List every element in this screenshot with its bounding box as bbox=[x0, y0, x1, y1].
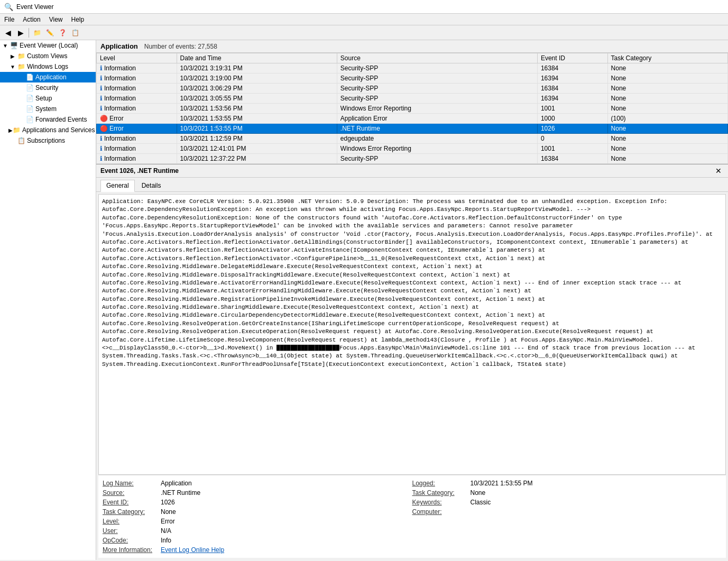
log-name-row: Log Name: Application bbox=[103, 479, 412, 488]
more-info-link[interactable]: Event Log Online Help bbox=[161, 546, 224, 554]
sidebar-item-subscriptions[interactable]: ▶ 📋 Subscriptions bbox=[0, 135, 96, 146]
sidebar-item-forwarded-events[interactable]: ▶ 📄 Forwarded Events bbox=[0, 114, 96, 125]
cell-level: 🔴Error bbox=[97, 124, 177, 134]
keywords-row: Keywords: Classic bbox=[412, 498, 722, 507]
toggle-apps-services[interactable]: ▶ bbox=[8, 127, 13, 133]
table-row[interactable]: ℹInformation 10/3/2021 12:37:22 PM Secur… bbox=[97, 154, 728, 164]
menu-bar: File Action View Help bbox=[0, 14, 728, 25]
table-row[interactable]: ℹInformation 10/3/2021 3:06:29 PM Securi… bbox=[97, 84, 728, 94]
cell-level: ℹInformation bbox=[97, 144, 177, 154]
sidebar-item-custom-views[interactable]: ▶ 📁 Custom Views bbox=[0, 51, 96, 61]
detail-panel: Event 1026, .NET Runtime ✕ General Detai… bbox=[96, 164, 728, 560]
col-header-task[interactable]: Task Category bbox=[607, 53, 727, 63]
logged-row: Logged: 10/3/2021 1:53:55 PM bbox=[412, 479, 722, 488]
toolbar-btn3[interactable]: ❓ bbox=[57, 27, 68, 39]
toggle-event-viewer[interactable]: ▼ bbox=[1, 43, 10, 49]
cell-source: Windows Error Reporting bbox=[337, 144, 537, 154]
sidebar-item-security[interactable]: ▶ 📄 Security bbox=[0, 82, 96, 93]
detail-tab-details[interactable]: Details bbox=[136, 180, 167, 191]
sidebar-item-event-viewer-local[interactable]: ▼ 🖥️ Event Viewer (Local) bbox=[0, 40, 96, 51]
cell-datetime: 10/3/2021 3:19:00 PM bbox=[177, 73, 337, 84]
table-row[interactable]: ℹInformation 10/3/2021 12:36:52 PM Secur… bbox=[97, 164, 728, 164]
sidebar-item-windows-logs[interactable]: ▼ 📁 Windows Logs bbox=[0, 61, 96, 72]
menu-action[interactable]: Action bbox=[19, 15, 44, 24]
event-text-area[interactable]: Application: EasyNPC.exe CoreCLR Version… bbox=[98, 194, 726, 475]
more-info-label: More Information: bbox=[103, 546, 161, 554]
task-category-row2: Task Category: None bbox=[412, 488, 722, 498]
toggle-windows-logs[interactable]: ▼ bbox=[8, 64, 17, 70]
cell-datetime: 10/3/2021 3:06:29 PM bbox=[177, 84, 337, 94]
table-row[interactable]: ℹInformation 10/3/2021 12:41:01 PM Windo… bbox=[97, 144, 728, 154]
cell-level: ℹInformation bbox=[97, 164, 177, 164]
events-panel-count: Number of events: 27,558 bbox=[144, 43, 217, 50]
cell-eventid: 1001 bbox=[537, 144, 607, 154]
keywords-label: Keywords: bbox=[412, 499, 471, 506]
cell-eventid: 1001 bbox=[537, 104, 607, 114]
col-header-eventid[interactable]: Event ID bbox=[537, 53, 607, 63]
cell-source: .NET Runtime bbox=[337, 124, 537, 134]
table-row[interactable]: ℹInformation 10/3/2021 1:53:56 PM Window… bbox=[97, 104, 728, 114]
table-row[interactable]: ℹInformation 10/3/2021 3:05:55 PM Securi… bbox=[97, 94, 728, 104]
events-table: Level Date and Time Source Event ID Task… bbox=[96, 53, 728, 164]
cell-eventid: 16394 bbox=[537, 164, 607, 164]
detail-info: Log Name: Application Source: .NET Runti… bbox=[98, 475, 726, 558]
toolbar-btn4[interactable]: 📋 bbox=[69, 27, 81, 39]
subscriptions-icon: 📋 bbox=[17, 136, 25, 145]
events-table-container[interactable]: Level Date and Time Source Event ID Task… bbox=[96, 53, 728, 164]
cell-task: None bbox=[607, 164, 727, 164]
col-header-level[interactable]: Level bbox=[97, 53, 177, 63]
logged-label: Logged: bbox=[412, 480, 471, 487]
cell-datetime: 10/3/2021 3:05:55 PM bbox=[177, 94, 337, 104]
toggle-custom-views[interactable]: ▶ bbox=[8, 53, 17, 59]
task-category-value2: None bbox=[471, 489, 486, 496]
col-header-source[interactable]: Source bbox=[337, 53, 537, 63]
menu-view[interactable]: View bbox=[45, 15, 67, 24]
cell-datetime: 10/3/2021 1:12:59 PM bbox=[177, 134, 337, 144]
detail-close-button[interactable]: ✕ bbox=[713, 167, 724, 175]
user-row: User: N/A bbox=[103, 526, 412, 536]
sidebar-item-apps-services[interactable]: ▶ 📁 Applications and Services Lo... bbox=[0, 125, 96, 135]
computer-row: Computer: bbox=[412, 507, 722, 517]
table-row[interactable]: ℹInformation 10/3/2021 3:19:00 PM Securi… bbox=[97, 73, 728, 84]
cell-level: ℹInformation bbox=[97, 73, 177, 84]
menu-help[interactable]: Help bbox=[67, 15, 89, 24]
menu-file[interactable]: File bbox=[0, 15, 19, 24]
cell-source: Security-SPP bbox=[337, 94, 537, 104]
detail-body: Application: EasyNPC.exe CoreCLR Version… bbox=[96, 192, 728, 560]
cell-task: None bbox=[607, 124, 727, 134]
table-row[interactable]: 🔴Error 10/3/2021 1:53:55 PM .NET Runtime… bbox=[97, 124, 728, 134]
window-icon: 🔍 bbox=[4, 3, 13, 11]
event-id-value: 1026 bbox=[161, 499, 175, 506]
task-category-label2: Task Category: bbox=[412, 489, 471, 496]
toolbar-btn1[interactable]: 📁 bbox=[31, 27, 43, 39]
title-bar: 🔍 Event Viewer bbox=[0, 0, 728, 14]
sidebar-item-application[interactable]: ▶ 📄 Application bbox=[0, 72, 96, 82]
sidebar-item-setup[interactable]: ▶ 📄 Setup bbox=[0, 93, 96, 104]
detail-info-col2: Logged: 10/3/2021 1:53:55 PM Task Catego… bbox=[412, 479, 722, 545]
table-row[interactable]: 🔴Error 10/3/2021 1:53:55 PM Application … bbox=[97, 114, 728, 124]
table-row[interactable]: ℹInformation 10/3/2021 3:19:31 PM Securi… bbox=[97, 63, 728, 73]
col-header-datetime[interactable]: Date and Time bbox=[177, 53, 337, 63]
user-label: User: bbox=[103, 527, 161, 535]
toolbar: ◀ ▶ 📁 ✏️ ❓ 📋 bbox=[0, 25, 728, 40]
keywords-value: Classic bbox=[471, 499, 491, 506]
toolbar-btn2[interactable]: ✏️ bbox=[44, 27, 56, 39]
source-value: .NET Runtime bbox=[161, 489, 200, 496]
cell-eventid: 16384 bbox=[537, 84, 607, 94]
toolbar-back[interactable]: ◀ bbox=[2, 27, 14, 39]
sidebar-item-system[interactable]: ▶ 📄 System bbox=[0, 104, 96, 114]
cell-source: Application Error bbox=[337, 114, 537, 124]
toolbar-forward[interactable]: ▶ bbox=[15, 27, 26, 39]
log-icon-setup: 📄 bbox=[25, 94, 34, 103]
cell-source: Security-SPP bbox=[337, 73, 537, 84]
cell-datetime: 10/3/2021 12:36:52 PM bbox=[177, 164, 337, 164]
log-icon-forwarded: 📄 bbox=[25, 115, 34, 124]
detail-tab-general[interactable]: General bbox=[100, 180, 135, 192]
cell-task: None bbox=[607, 84, 727, 94]
cell-source: Security-SPP bbox=[337, 84, 537, 94]
table-row[interactable]: ℹInformation 10/3/2021 1:12:59 PM edgeup… bbox=[97, 134, 728, 144]
folder-icon-custom: 📁 bbox=[17, 52, 25, 60]
log-icon-security: 📄 bbox=[25, 84, 34, 92]
cell-eventid: 16384 bbox=[537, 63, 607, 73]
log-icon-system: 📄 bbox=[25, 105, 34, 113]
